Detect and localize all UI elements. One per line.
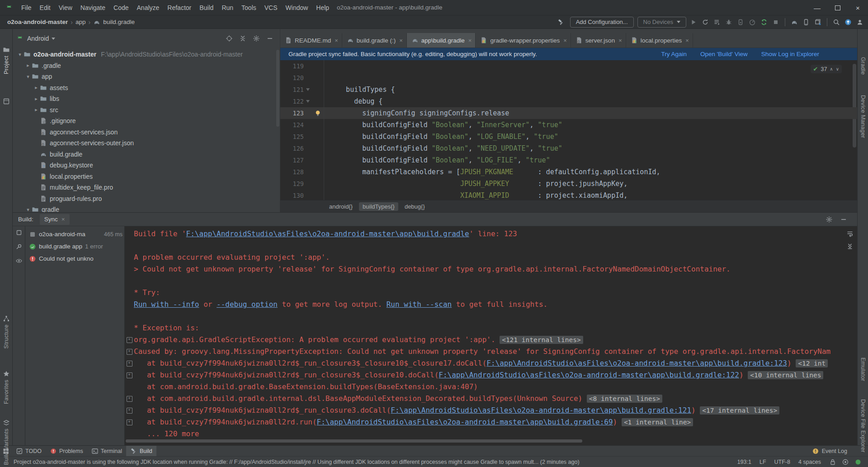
tree-row-agconnect-services-json[interactable]: {}agconnect-services.json xyxy=(13,127,280,138)
breadcrumb-android[interactable]: android{} xyxy=(326,202,356,211)
hide-icon[interactable] xyxy=(840,216,847,223)
tree-row-agconnect-services-outer-json[interactable]: {}agconnect-services-outer.json xyxy=(13,138,280,149)
chevron-collapsed-icon[interactable]: ▸ xyxy=(24,62,32,68)
console-horizontal-scrollbar[interactable] xyxy=(126,439,582,443)
tree-row-src[interactable]: ▸src xyxy=(13,105,280,116)
status-message[interactable]: Project o2oa-android-master is using the… xyxy=(14,459,580,465)
debug-icon[interactable] xyxy=(725,19,732,26)
search-icon[interactable] xyxy=(833,19,840,26)
banner-link-show-log-in-explorer[interactable]: Show Log in Explorer xyxy=(761,51,819,57)
console-link[interactable]: F:\app\AndroidStudio\asFiles\o2oa-androi… xyxy=(486,359,787,367)
fold-marker-icon[interactable] xyxy=(304,100,312,103)
tool-stripe-favorites[interactable]: Favorites xyxy=(0,370,12,404)
close-tab-icon[interactable]: × xyxy=(618,37,622,44)
build-tree-row-could-not-get-unkno[interactable]: Could not get unkno xyxy=(25,253,124,265)
menu-run[interactable]: Run xyxy=(217,4,237,11)
tool-stripe-project[interactable]: Project xyxy=(0,46,12,74)
chevron-expanded-icon[interactable]: ▾ xyxy=(16,52,24,57)
stop-icon[interactable] xyxy=(772,19,779,26)
minimize-button[interactable]: — xyxy=(807,0,827,15)
close-button[interactable]: × xyxy=(848,0,868,15)
project-view-mode[interactable]: Android xyxy=(27,35,49,42)
breadcrumb-item-app[interactable]: app xyxy=(75,19,86,25)
console-link[interactable]: Run with --info xyxy=(134,300,199,309)
device-selector[interactable]: No Devices xyxy=(637,17,686,28)
chevron-collapsed-icon[interactable]: ▸ xyxy=(33,96,40,102)
tool-stripe-window[interactable] xyxy=(0,98,12,105)
menu-edit[interactable]: Edit xyxy=(36,4,55,11)
tree-row-libs[interactable]: ▸libs xyxy=(13,93,280,105)
avd-manager-icon[interactable] xyxy=(814,19,821,26)
menu-refactor[interactable]: Refactor xyxy=(163,4,195,11)
expand-stack-icon[interactable]: + xyxy=(125,361,134,367)
internal-lines-badge[interactable]: <12 int xyxy=(796,359,828,367)
breadcrumb-debug[interactable]: debug{} xyxy=(401,202,429,211)
menu-analyze[interactable]: Analyze xyxy=(133,4,164,11)
maximize-button[interactable] xyxy=(827,0,848,15)
expand-stack-icon[interactable]: + xyxy=(125,349,134,355)
elephant-icon[interactable] xyxy=(791,19,798,26)
menu-vcs[interactable]: VCS xyxy=(260,4,282,11)
tool-stripe-device-file-explorer[interactable]: Device File Explorer xyxy=(858,399,868,453)
tool-stripe-emulator[interactable]: Emulator xyxy=(858,357,868,381)
scroll-end-icon[interactable] xyxy=(846,243,854,250)
hide-icon[interactable] xyxy=(266,35,274,42)
chevron-expanded-icon[interactable]: ▾ xyxy=(24,207,32,212)
pin-icon[interactable] xyxy=(15,243,23,250)
internal-lines-badge[interactable]: <121 internal lines> xyxy=(500,336,583,344)
banner-link-open-build-view[interactable]: Open 'Build' View xyxy=(700,51,748,57)
menu-navigate[interactable]: Navigate xyxy=(76,4,109,11)
console-link[interactable]: F:\app\AndroidStudio\asFiles\o2oa-androi… xyxy=(439,371,739,379)
menu-code[interactable]: Code xyxy=(109,4,132,11)
tree-row-debug-keystore[interactable]: ?debug.keystore xyxy=(13,160,280,171)
console-link[interactable]: F:\app\AndroidStudio\asFiles\o2oa-androi… xyxy=(391,406,691,415)
fold-marker-icon[interactable] xyxy=(304,88,312,91)
tree-row-local-properties[interactable]: local.properties xyxy=(13,171,280,182)
code-editor[interactable]: ✔ 37 ∧ ∨ 119120121 buildTypes {122 debug… xyxy=(280,60,857,200)
indent-setting[interactable]: 4 spaces xyxy=(798,459,821,465)
console-link[interactable]: --debug option xyxy=(217,300,278,309)
file-encoding[interactable]: UTF-8 xyxy=(774,459,790,465)
editor-tab-readme-md[interactable]: README.md× xyxy=(280,33,342,48)
tool-button-problems[interactable]: Problems xyxy=(46,446,87,456)
memory-icon[interactable] xyxy=(854,458,862,466)
eye-icon[interactable] xyxy=(15,257,23,264)
lock-icon[interactable] xyxy=(829,458,836,466)
chevron-expanded-icon[interactable]: ▾ xyxy=(24,74,32,80)
tree-row-assets[interactable]: ▸assets xyxy=(13,82,280,94)
menu-window[interactable]: Window xyxy=(282,4,312,11)
expand-stack-icon[interactable]: + xyxy=(125,408,134,414)
ide-update-icon[interactable] xyxy=(844,19,852,26)
tree-row-proguard-rules-pro[interactable]: proguard-rules.pro xyxy=(13,193,280,205)
add-configuration-button[interactable]: Add Configuration... xyxy=(570,17,634,28)
intention-bulb-icon[interactable] xyxy=(312,107,324,119)
breadcrumb-item-build-gradle[interactable]: build.gradle xyxy=(103,19,135,25)
internal-lines-badge[interactable]: <8 internal lines> xyxy=(587,395,662,403)
close-tab-icon[interactable]: × xyxy=(563,37,567,44)
chevron-collapsed-icon[interactable]: ▸ xyxy=(33,107,40,113)
menu-help[interactable]: Help xyxy=(312,4,333,11)
build-tab-sync[interactable]: Sync× xyxy=(40,214,70,225)
tool-stripe-device-manager[interactable]: Device Manager xyxy=(858,95,868,138)
build-tree-row-o2oa-android-ma[interactable]: o2oa-android-ma465 ms xyxy=(25,228,124,240)
console-link[interactable]: F:\app\AndroidStudio\asFiles\o2oa-androi… xyxy=(186,229,469,238)
soft-wrap-icon[interactable] xyxy=(846,230,854,237)
close-icon[interactable]: × xyxy=(61,216,65,223)
internal-lines-badge[interactable]: <10 internal lines xyxy=(748,371,823,379)
rerun-icon[interactable] xyxy=(702,19,709,26)
build-tree-row-build-gradle-app[interactable]: build.gradle app1 error xyxy=(25,240,124,253)
internal-lines-badge[interactable]: <17 internal lines> xyxy=(700,406,779,415)
tree-row-gitignore[interactable]: .gitignore xyxy=(13,115,280,127)
tree-row-build-gradle[interactable]: build.gradle xyxy=(13,149,280,160)
tree-row-gradle[interactable]: ▸.gradle xyxy=(13,60,280,71)
banner-link-try-again[interactable]: Try Again xyxy=(661,51,687,57)
line-separator[interactable]: LF xyxy=(760,459,766,465)
settings-icon[interactable] xyxy=(826,216,833,223)
editor-tab-build-gradle[interactable]: build.gradle (:)× xyxy=(342,33,407,48)
tool-button-build[interactable]: Build xyxy=(126,446,156,456)
tree-row-app[interactable]: ▾app xyxy=(13,71,280,82)
expand-stack-icon[interactable]: + xyxy=(125,396,134,402)
run-icon[interactable] xyxy=(690,19,697,26)
editor-tab-app-build-gradle[interactable]: app\build.gradle× xyxy=(407,33,476,48)
menu-tools[interactable]: Tools xyxy=(237,4,260,11)
